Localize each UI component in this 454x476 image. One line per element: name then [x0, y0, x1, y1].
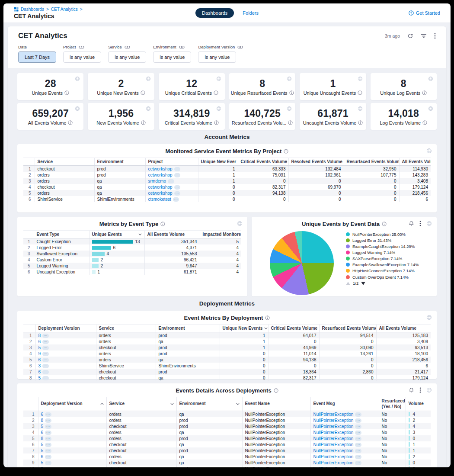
get-started-button[interactable]: Get Started — [409, 10, 440, 16]
more-icon[interactable] — [355, 437, 361, 441]
deployment-version-link[interactable]: 5 — [41, 460, 44, 465]
col-service[interactable]: Service — [35, 158, 94, 166]
globe-icon[interactable] — [428, 106, 433, 111]
globe-icon[interactable] — [237, 221, 243, 226]
event-msg-link[interactable]: NullPointerException — [313, 418, 354, 423]
more-icon[interactable] — [173, 197, 179, 202]
more-icon[interactable] — [45, 418, 51, 423]
breadcrumb-dashboards[interactable]: Dashboards — [21, 7, 44, 12]
deployment-version-link[interactable]: 5 — [41, 448, 44, 453]
globe-icon[interactable] — [426, 387, 432, 393]
more-icon[interactable] — [355, 431, 361, 435]
col-impacted-services[interactable]: Impacted Monitored Services — [200, 231, 241, 238]
deployment-version-link[interactable]: 9 — [38, 351, 41, 356]
deployment-version-link[interactable]: 6 — [38, 339, 41, 344]
col-all-events-volume[interactable]: All Events Volume — [144, 231, 200, 238]
legend-item[interactable]: ExampleCaughtException 14.29% — [346, 244, 431, 249]
event-msg-link[interactable]: NullPointerException — [313, 430, 354, 435]
more-icon[interactable] — [45, 461, 51, 465]
legend-item[interactable]: Logged Warning 7.14% — [346, 250, 431, 255]
bell-icon[interactable] — [409, 221, 414, 226]
event-msg-link[interactable]: NullPointerException — [313, 442, 354, 447]
legend-item[interactable]: NullPointerException 25.00% — [346, 232, 431, 237]
info-icon[interactable] — [214, 120, 219, 125]
filter-lines-icon[interactable] — [421, 34, 427, 39]
more-icon[interactable] — [42, 352, 49, 356]
more-icon[interactable] — [45, 425, 51, 429]
globe-icon[interactable] — [75, 106, 80, 111]
col-unique-new-events[interactable]: Unique New Events — [220, 325, 268, 332]
legend-page-down-icon[interactable] — [361, 282, 365, 285]
col-service[interactable]: Service — [96, 325, 156, 332]
pie-chart[interactable] — [270, 231, 334, 295]
info-icon[interactable] — [358, 120, 363, 125]
info-icon[interactable] — [422, 120, 427, 125]
event-msg-link[interactable]: NullPointerException — [313, 454, 354, 459]
event-msg-link[interactable]: NullPointerException — [313, 460, 354, 465]
col-all-events-volume[interactable]: All Events Volume — [399, 158, 431, 166]
col-service[interactable]: Service — [106, 397, 176, 411]
more-icon[interactable] — [174, 191, 181, 196]
deployment-version-link[interactable]: 6 — [41, 454, 44, 459]
event-msg-link[interactable]: NullPointerException — [313, 412, 354, 417]
more-icon[interactable] — [45, 412, 51, 417]
deployment-version-link[interactable]: 5 — [38, 376, 41, 380]
more-icon[interactable] — [174, 185, 181, 190]
project-link[interactable]: cetworkshop — [148, 191, 173, 196]
globe-icon[interactable] — [287, 106, 292, 111]
tab-dashboards[interactable]: Dashboards — [195, 8, 234, 18]
more-icon[interactable] — [45, 431, 51, 435]
more-icon[interactable] — [355, 449, 361, 453]
more-icon[interactable] — [355, 425, 361, 429]
info-icon[interactable] — [274, 388, 278, 393]
deployment-version-link[interactable]: 6 — [38, 357, 41, 362]
more-icon[interactable] — [168, 179, 174, 183]
project-link[interactable]: ctsmoketest — [148, 197, 171, 202]
globe-icon[interactable] — [216, 76, 221, 81]
col-event-type[interactable]: Event Type — [34, 231, 89, 238]
refresh-icon[interactable] — [407, 33, 413, 39]
more-icon[interactable] — [45, 443, 51, 447]
legend-page-up-icon[interactable] — [346, 282, 350, 285]
more-icon[interactable] — [42, 364, 49, 368]
more-icon[interactable] — [355, 455, 361, 459]
more-icon[interactable] — [355, 461, 361, 465]
col-resolved-events-volume[interactable]: Resolved Events Volume — [288, 158, 344, 166]
legend-item[interactable]: Custom OverOps Event 7.14% — [346, 275, 431, 280]
info-icon[interactable] — [422, 90, 427, 95]
deployment-version-link[interactable]: 8 — [38, 333, 41, 338]
date-filter-chip[interactable]: Last 7 Days — [18, 51, 56, 63]
service-filter-chip[interactable]: is any value — [108, 51, 146, 63]
project-link[interactable]: cetworkshop — [148, 173, 173, 177]
deployment-version-link[interactable]: 3 — [38, 363, 41, 368]
info-icon[interactable] — [382, 222, 387, 226]
legend-item[interactable]: SAXParseException 7.14% — [346, 256, 431, 261]
bell-icon[interactable] — [409, 387, 414, 393]
more-icon[interactable] — [42, 370, 49, 374]
globe-icon[interactable] — [216, 106, 221, 111]
project-link[interactable]: cetworkshop — [148, 167, 173, 171]
col-deployment-version[interactable]: Deployment Version — [38, 397, 106, 411]
more-icon[interactable] — [45, 467, 51, 468]
more-icon[interactable] — [45, 449, 51, 453]
event-msg-link[interactable]: NullPointerException — [313, 448, 354, 453]
project-link[interactable]: cetworkshop — [148, 185, 173, 190]
globe-icon[interactable] — [358, 106, 363, 111]
info-icon[interactable] — [284, 149, 288, 154]
info-icon[interactable] — [265, 315, 270, 320]
info-icon[interactable] — [214, 90, 218, 95]
col-resurfaced[interactable]: Resurfaced (Yes / No) — [379, 397, 406, 411]
more-icon[interactable] — [42, 334, 49, 338]
tab-folders[interactable]: Folders — [243, 10, 259, 16]
deployment-version-link[interactable]: 5 — [38, 345, 41, 350]
more-icon[interactable] — [174, 167, 181, 171]
deployment-version-link[interactable]: 5 — [41, 442, 44, 447]
col-all-events-volume[interactable]: All Events Volume — [376, 325, 431, 332]
globe-icon[interactable] — [426, 315, 432, 320]
more-icon[interactable] — [42, 340, 49, 344]
globe-icon[interactable] — [426, 221, 432, 226]
more-icon[interactable] — [355, 412, 361, 417]
event-msg-link[interactable]: NullPointerException — [313, 436, 354, 441]
col-environment[interactable]: Environment — [94, 158, 145, 166]
info-icon[interactable] — [288, 120, 293, 125]
